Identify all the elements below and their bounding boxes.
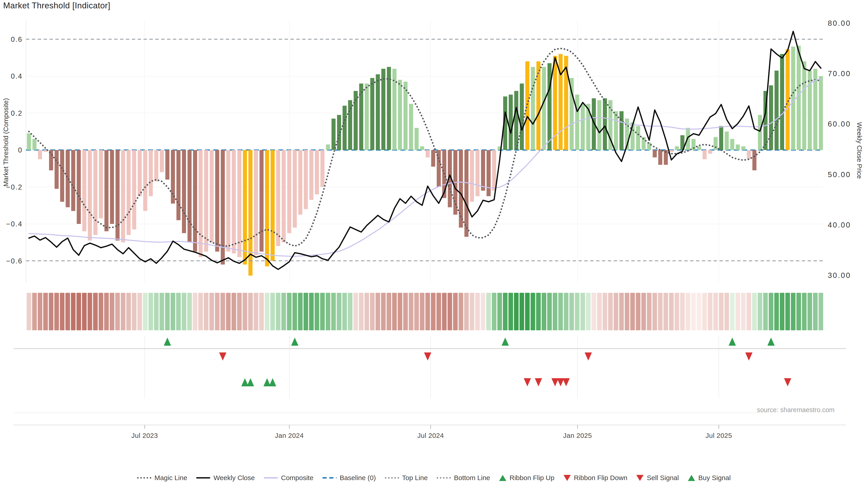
- legend-item[interactable]: Ribbon Flip Down: [563, 474, 627, 482]
- ribbon-cell: [702, 293, 707, 330]
- ribbon-cell: [165, 293, 169, 330]
- legend-label: Magic Line: [154, 474, 187, 482]
- ribbon-cell: [442, 293, 446, 330]
- legend-item[interactable]: Bottom Line: [437, 474, 490, 482]
- ribbon-cell: [763, 293, 768, 330]
- ribbon-cell: [182, 293, 186, 330]
- ribbon-cell: [126, 293, 131, 330]
- right-axis-tick-label: 50.00: [828, 170, 851, 179]
- legend-label: Top Line: [402, 474, 428, 482]
- ribbon-cell: [359, 293, 364, 330]
- ribbon-cell: [602, 293, 607, 330]
- threshold-bar: [104, 150, 108, 231]
- threshold-bar: [569, 78, 574, 150]
- right-axis-tick-label: 40.00: [828, 221, 851, 229]
- left-axis-tick-label: 0.6: [11, 35, 23, 43]
- ribbon-cell: [802, 293, 807, 330]
- ribbon-cell: [608, 293, 613, 330]
- x-axis-tick-label: Jul 2024: [417, 432, 444, 439]
- x-axis-tick-label: Jan 2025: [563, 432, 592, 439]
- threshold-bar: [110, 150, 114, 224]
- ribbon-cell: [398, 293, 402, 330]
- ribbon-flip-down-marker: [585, 352, 592, 361]
- threshold-bar: [475, 150, 480, 196]
- ribbon-cell: [813, 293, 817, 330]
- legend-item[interactable]: Buy Signal: [688, 474, 731, 482]
- ribbon-cell: [315, 293, 319, 330]
- ribbon-cell: [497, 293, 502, 330]
- right-axis-tick-label: 80.00: [828, 19, 851, 27]
- threshold-bar: [786, 49, 790, 150]
- ribbon-cell: [71, 293, 75, 330]
- legend-label: Bottom Line: [454, 474, 490, 482]
- left-axis-tick-label: 0: [18, 146, 23, 154]
- left-axis-tick-label: −0.4: [6, 220, 23, 228]
- ribbon-cell: [309, 293, 313, 330]
- threshold-bar: [165, 150, 169, 180]
- legend-line-swatch: [264, 477, 278, 479]
- legend-item[interactable]: Magic Line: [137, 474, 187, 482]
- ribbon-flip-up-marker: [729, 337, 736, 346]
- legend-item[interactable]: Weekly Close: [196, 474, 255, 482]
- right-axis-tick-label: 30.00: [828, 271, 851, 280]
- ribbon-cell: [270, 293, 275, 330]
- ribbon-cell: [774, 293, 779, 330]
- ribbon-cell: [104, 293, 109, 330]
- ribbon-cell: [647, 293, 651, 330]
- threshold-bar: [653, 150, 657, 158]
- threshold-bar: [492, 150, 496, 191]
- legend-dotted-line-swatch: [385, 477, 399, 479]
- ribbon-cell: [193, 293, 197, 330]
- legend-item[interactable]: Top Line: [385, 474, 428, 482]
- threshold-bar: [177, 150, 181, 220]
- ribbon-cell: [115, 293, 120, 330]
- ribbon-cell: [663, 293, 668, 330]
- legend-label: Sell Signal: [647, 474, 679, 482]
- legend-label: Ribbon Flip Up: [509, 474, 554, 482]
- threshold-bar: [243, 150, 247, 265]
- triangle-down-icon: [636, 475, 644, 481]
- threshold-bar: [714, 137, 718, 150]
- threshold-bar: [725, 131, 729, 150]
- ribbon-cell: [76, 293, 81, 330]
- threshold-bar: [730, 139, 735, 150]
- ribbon-cell: [697, 293, 701, 330]
- legend-item[interactable]: Ribbon Flip Up: [499, 474, 554, 482]
- threshold-bar: [465, 150, 469, 237]
- threshold-bar: [586, 104, 590, 150]
- threshold-bar: [381, 69, 385, 150]
- threshold-bar: [33, 139, 37, 150]
- legend-item[interactable]: Baseline (0): [322, 474, 376, 482]
- ribbon-cell: [619, 293, 624, 330]
- threshold-bar: [548, 63, 552, 150]
- ribbon-cell: [686, 293, 690, 330]
- ribbon-flip-up-marker: [164, 337, 171, 346]
- ribbon-cell: [409, 293, 413, 330]
- threshold-bar: [287, 150, 291, 233]
- ribbon-cell: [597, 293, 601, 330]
- threshold-bar: [741, 147, 745, 150]
- right-axis-tick-label: 60.00: [828, 120, 851, 128]
- legend-dotted-line-swatch: [137, 477, 151, 479]
- legend-item[interactable]: Sell Signal: [636, 474, 679, 482]
- ribbon-cell: [259, 293, 264, 330]
- magic-line: [29, 48, 821, 246]
- ribbon-cell: [481, 293, 485, 330]
- threshold-bar: [254, 150, 258, 255]
- threshold-bar: [791, 46, 795, 150]
- ribbon-cell: [420, 293, 424, 330]
- ribbon-cell: [758, 293, 762, 330]
- ribbon-cell: [492, 293, 496, 330]
- ribbon-cell: [209, 293, 214, 330]
- ribbon-cell: [132, 293, 136, 330]
- ribbon-cell: [243, 293, 247, 330]
- ribbon-flip-down-marker: [745, 352, 752, 361]
- threshold-bar: [780, 54, 784, 150]
- threshold-bar: [398, 80, 402, 150]
- ribbon-cell: [93, 293, 98, 330]
- legend-item[interactable]: Composite: [264, 474, 313, 482]
- ribbon-cell: [796, 293, 801, 330]
- sell-signal-marker: [524, 378, 531, 386]
- threshold-bar: [675, 147, 679, 150]
- threshold-bar: [27, 133, 31, 150]
